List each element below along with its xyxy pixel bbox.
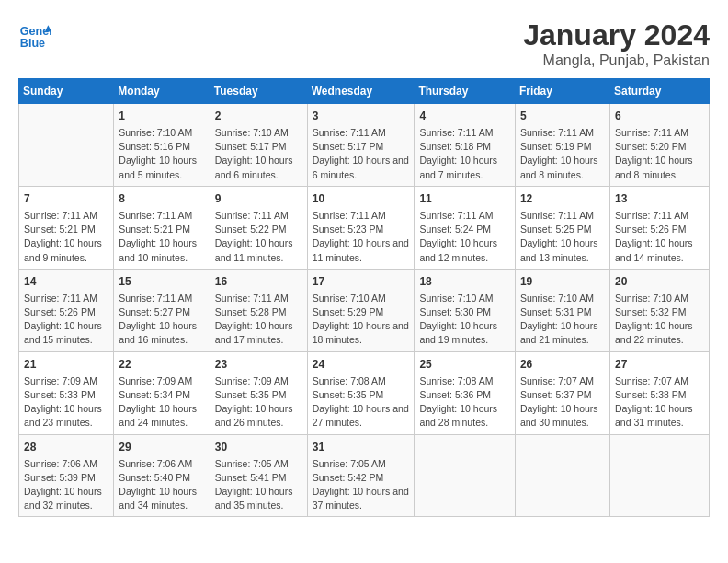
day-info: Sunrise: 7:05 AM Sunset: 5:42 PM Dayligh… xyxy=(313,457,410,513)
day-number: 19 xyxy=(520,273,605,290)
day-info: Sunrise: 7:05 AM Sunset: 5:41 PM Dayligh… xyxy=(215,457,302,513)
day-info: Sunrise: 7:10 AM Sunset: 5:30 PM Dayligh… xyxy=(419,292,510,348)
header-thursday: Thursday xyxy=(415,79,516,104)
calendar-cell: 2Sunrise: 7:10 AM Sunset: 5:17 PM Daylig… xyxy=(210,104,307,187)
calendar-body: 1Sunrise: 7:10 AM Sunset: 5:16 PM Daylig… xyxy=(19,104,710,517)
day-number: 24 xyxy=(313,356,410,373)
day-info: Sunrise: 7:10 AM Sunset: 5:29 PM Dayligh… xyxy=(313,292,410,348)
calendar-cell: 4Sunrise: 7:11 AM Sunset: 5:18 PM Daylig… xyxy=(415,104,516,187)
day-info: Sunrise: 7:06 AM Sunset: 5:40 PM Dayligh… xyxy=(119,457,204,513)
day-info: Sunrise: 7:11 AM Sunset: 5:24 PM Dayligh… xyxy=(419,209,510,265)
calendar-cell: 26Sunrise: 7:07 AM Sunset: 5:37 PM Dayli… xyxy=(515,351,609,434)
day-info: Sunrise: 7:11 AM Sunset: 5:20 PM Dayligh… xyxy=(615,126,704,182)
header-saturday: Saturday xyxy=(609,79,709,104)
day-number: 10 xyxy=(313,190,410,207)
day-info: Sunrise: 7:09 AM Sunset: 5:33 PM Dayligh… xyxy=(24,374,108,431)
header-tuesday: Tuesday xyxy=(210,79,307,104)
day-info: Sunrise: 7:10 AM Sunset: 5:16 PM Dayligh… xyxy=(119,126,204,182)
calendar-cell: 30Sunrise: 7:05 AM Sunset: 5:41 PM Dayli… xyxy=(210,434,307,517)
header-friday: Friday xyxy=(515,79,609,104)
calendar-cell: 8Sunrise: 7:11 AM Sunset: 5:21 PM Daylig… xyxy=(114,186,210,269)
day-number: 14 xyxy=(24,273,108,290)
page-header: General Blue January 2024 Mangla, Punjab… xyxy=(18,18,710,69)
calendar-cell: 18Sunrise: 7:10 AM Sunset: 5:30 PM Dayli… xyxy=(415,269,516,351)
day-number: 18 xyxy=(419,273,510,290)
calendar-cell: 19Sunrise: 7:10 AM Sunset: 5:31 PM Dayli… xyxy=(515,269,609,351)
day-number: 29 xyxy=(119,439,204,455)
day-number: 21 xyxy=(24,356,108,373)
day-number: 27 xyxy=(615,356,704,373)
day-number: 7 xyxy=(24,190,108,207)
day-number: 15 xyxy=(119,273,204,290)
day-info: Sunrise: 7:11 AM Sunset: 5:18 PM Dayligh… xyxy=(419,126,510,182)
day-info: Sunrise: 7:11 AM Sunset: 5:17 PM Dayligh… xyxy=(313,126,410,182)
calendar-cell xyxy=(19,104,114,187)
day-number: 9 xyxy=(215,190,302,207)
day-info: Sunrise: 7:09 AM Sunset: 5:35 PM Dayligh… xyxy=(215,374,302,431)
calendar-cell: 22Sunrise: 7:09 AM Sunset: 5:34 PM Dayli… xyxy=(114,351,210,434)
calendar-cell: 28Sunrise: 7:06 AM Sunset: 5:39 PM Dayli… xyxy=(19,434,114,517)
calendar-cell: 27Sunrise: 7:07 AM Sunset: 5:38 PM Dayli… xyxy=(609,351,709,434)
calendar-cell: 16Sunrise: 7:11 AM Sunset: 5:28 PM Dayli… xyxy=(210,269,307,351)
calendar-cell: 31Sunrise: 7:05 AM Sunset: 5:42 PM Dayli… xyxy=(307,434,415,517)
day-number: 4 xyxy=(419,108,510,124)
day-info: Sunrise: 7:11 AM Sunset: 5:21 PM Dayligh… xyxy=(24,209,108,265)
day-number: 17 xyxy=(313,273,410,290)
calendar-cell xyxy=(415,434,516,517)
header-monday: Monday xyxy=(114,79,210,104)
calendar-cell: 7Sunrise: 7:11 AM Sunset: 5:21 PM Daylig… xyxy=(19,186,114,269)
day-number: 30 xyxy=(215,439,302,455)
day-info: Sunrise: 7:09 AM Sunset: 5:34 PM Dayligh… xyxy=(119,374,204,431)
header-wednesday: Wednesday xyxy=(307,79,415,104)
calendar-cell: 9Sunrise: 7:11 AM Sunset: 5:22 PM Daylig… xyxy=(210,186,307,269)
day-number: 26 xyxy=(520,356,605,373)
day-info: Sunrise: 7:10 AM Sunset: 5:17 PM Dayligh… xyxy=(215,126,302,182)
logo: General Blue xyxy=(18,18,51,52)
day-number: 11 xyxy=(419,190,510,207)
calendar-cell: 17Sunrise: 7:10 AM Sunset: 5:29 PM Dayli… xyxy=(307,269,415,351)
header-row: Sunday Monday Tuesday Wednesday Thursday… xyxy=(19,79,710,104)
day-number: 2 xyxy=(215,108,302,124)
day-number: 3 xyxy=(313,108,410,124)
calendar-cell: 12Sunrise: 7:11 AM Sunset: 5:25 PM Dayli… xyxy=(515,186,609,269)
day-number: 25 xyxy=(419,356,510,373)
calendar-cell xyxy=(609,434,709,517)
day-number: 31 xyxy=(313,439,410,455)
day-info: Sunrise: 7:07 AM Sunset: 5:38 PM Dayligh… xyxy=(615,374,704,431)
day-number: 22 xyxy=(119,356,204,373)
page-subtitle: Mangla, Punjab, Pakistan xyxy=(523,52,710,69)
header-sunday: Sunday xyxy=(19,79,114,104)
day-info: Sunrise: 7:11 AM Sunset: 5:28 PM Dayligh… xyxy=(215,292,302,348)
day-number: 23 xyxy=(215,356,302,373)
day-info: Sunrise: 7:06 AM Sunset: 5:39 PM Dayligh… xyxy=(24,457,108,513)
day-info: Sunrise: 7:11 AM Sunset: 5:23 PM Dayligh… xyxy=(313,209,410,265)
day-info: Sunrise: 7:11 AM Sunset: 5:22 PM Dayligh… xyxy=(215,209,302,265)
day-number: 1 xyxy=(119,108,204,124)
day-info: Sunrise: 7:07 AM Sunset: 5:37 PM Dayligh… xyxy=(520,374,605,431)
calendar-cell: 23Sunrise: 7:09 AM Sunset: 5:35 PM Dayli… xyxy=(210,351,307,434)
day-number: 8 xyxy=(119,190,204,207)
day-info: Sunrise: 7:11 AM Sunset: 5:27 PM Dayligh… xyxy=(119,292,204,348)
day-info: Sunrise: 7:08 AM Sunset: 5:35 PM Dayligh… xyxy=(313,374,410,431)
calendar-cell: 14Sunrise: 7:11 AM Sunset: 5:26 PM Dayli… xyxy=(19,269,114,351)
day-info: Sunrise: 7:11 AM Sunset: 5:19 PM Dayligh… xyxy=(520,126,605,182)
title-block: January 2024 Mangla, Punjab, Pakistan xyxy=(523,18,710,69)
day-info: Sunrise: 7:11 AM Sunset: 5:26 PM Dayligh… xyxy=(615,209,704,265)
day-number: 20 xyxy=(615,273,704,290)
day-number: 13 xyxy=(615,190,704,207)
calendar-header: Sunday Monday Tuesday Wednesday Thursday… xyxy=(19,79,710,104)
calendar-cell: 25Sunrise: 7:08 AM Sunset: 5:36 PM Dayli… xyxy=(415,351,516,434)
day-number: 5 xyxy=(520,108,605,124)
page-title: January 2024 xyxy=(523,18,710,52)
calendar-cell: 20Sunrise: 7:10 AM Sunset: 5:32 PM Dayli… xyxy=(609,269,709,351)
svg-text:Blue: Blue xyxy=(20,37,45,50)
calendar-cell: 29Sunrise: 7:06 AM Sunset: 5:40 PM Dayli… xyxy=(114,434,210,517)
calendar-cell: 13Sunrise: 7:11 AM Sunset: 5:26 PM Dayli… xyxy=(609,186,709,269)
day-info: Sunrise: 7:10 AM Sunset: 5:32 PM Dayligh… xyxy=(615,292,704,348)
calendar-week-5: 28Sunrise: 7:06 AM Sunset: 5:39 PM Dayli… xyxy=(19,434,710,517)
day-info: Sunrise: 7:11 AM Sunset: 5:25 PM Dayligh… xyxy=(520,209,605,265)
calendar-cell: 5Sunrise: 7:11 AM Sunset: 5:19 PM Daylig… xyxy=(515,104,609,187)
day-number: 12 xyxy=(520,190,605,207)
calendar-week-2: 7Sunrise: 7:11 AM Sunset: 5:21 PM Daylig… xyxy=(19,186,710,269)
calendar-cell: 10Sunrise: 7:11 AM Sunset: 5:23 PM Dayli… xyxy=(307,186,415,269)
